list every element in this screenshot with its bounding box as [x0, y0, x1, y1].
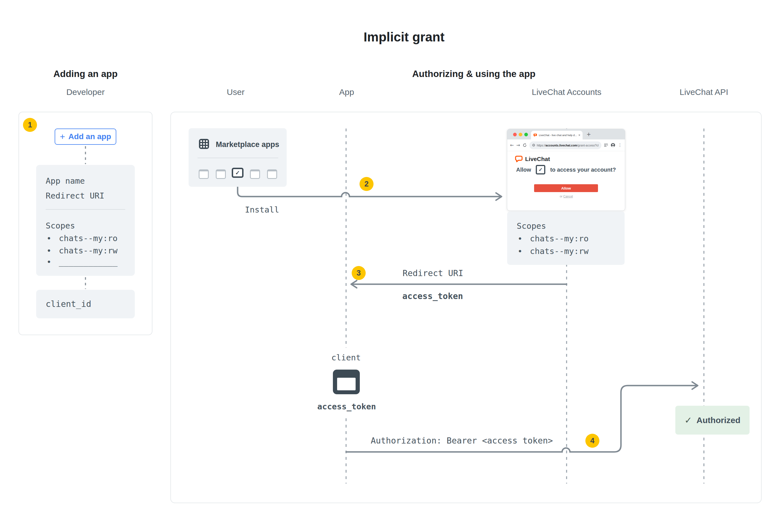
bullet-icon: •: [47, 257, 59, 267]
marketplace-grid-icon: [199, 139, 209, 149]
implicit-grant-diagram: Implicit grant Adding an app Developer A…: [0, 0, 779, 532]
close-window-button[interactable]: [513, 133, 517, 136]
form-divider: [46, 209, 125, 210]
form-scope-1: chats--my:ro: [59, 234, 118, 243]
browser-address-bar: ← → https://accounts.livechat.com/grant-…: [507, 139, 625, 151]
url-text: https://accounts.livechat.com/grant-acce…: [537, 144, 599, 147]
allow-button[interactable]: Allow: [534, 184, 598, 192]
add-an-app-button[interactable]: + Add an app: [55, 129, 116, 145]
cancel-prefix: or: [559, 195, 562, 198]
cancel-link[interactable]: Cancel: [563, 195, 573, 198]
bullet-icon: •: [47, 234, 59, 243]
step-badge-4: 4: [585, 434, 599, 448]
consent-checkbox[interactable]: ✓: [536, 165, 545, 175]
marketplace-box: Marketplace apps ✓: [189, 128, 287, 187]
client-access-token-label: access_token: [317, 402, 376, 411]
authorized-label: Authorized: [697, 415, 740, 425]
form-scope-blank: ____________: [59, 257, 118, 267]
browser-menu-icon[interactable]: ⋮: [618, 143, 622, 147]
browser-tab-title: LiveChat - live chat and help d...: [539, 134, 577, 137]
back-icon[interactable]: ←: [510, 143, 514, 147]
livechat-logo: LiveChat: [515, 155, 550, 163]
bullet-icon: •: [47, 246, 59, 255]
install-label: Install: [245, 205, 279, 214]
accounts-scope-item: •chats--my:rw: [518, 246, 589, 256]
accounts-scope-item: •chats--my:ro: [518, 234, 589, 243]
accounts-scope-1: chats--my:ro: [530, 234, 589, 243]
url-domain: accounts.livechat.com: [546, 144, 577, 147]
browser-tabstrip: LiveChat - live chat and help d... × +: [507, 129, 625, 139]
access-token-flow-label: access_token: [402, 291, 463, 301]
marketplace-app-icon[interactable]: [216, 170, 226, 179]
step-badge-1: 1: [23, 118, 37, 132]
browser-tab[interactable]: LiveChat - live chat and help d... ×: [531, 131, 583, 139]
livechat-favicon: [533, 133, 537, 137]
livechat-logo-text: LiveChat: [525, 156, 550, 162]
client-label: client: [332, 353, 361, 362]
marketplace-app-icon[interactable]: [250, 170, 260, 179]
bullet-icon: •: [518, 246, 530, 256]
livechat-accounts-browser: LiveChat - live chat and help d... × + ←…: [507, 129, 625, 211]
livechat-logo-icon: [515, 155, 523, 163]
new-tab-icon[interactable]: +: [587, 132, 591, 137]
check-icon: ✓: [235, 170, 240, 176]
marketplace-title: Marketplace apps: [216, 140, 279, 149]
marketplace-app-icon[interactable]: [199, 170, 209, 179]
form-scope-item: •chats--my:rw: [47, 246, 118, 255]
url-path: /grant-access?client_id=...: [577, 144, 599, 147]
consent-prefix: Allow: [516, 167, 531, 173]
check-icon: ✓: [539, 167, 543, 173]
authorization-header-label: Authorization: Bearer <access token>: [371, 436, 553, 446]
consent-question: Allow ✓ to access your account?: [507, 165, 625, 175]
url-protocol: https://: [537, 144, 546, 147]
redirect-uri-flow-label: Redirect URI: [403, 268, 464, 278]
consent-suffix: to access your account?: [550, 167, 616, 173]
zoom-window-button[interactable]: [524, 133, 528, 136]
marketplace-divider: [197, 158, 278, 158]
form-scope-item: •chats--my:ro: [47, 234, 118, 243]
authorized-status-box: ✓ Authorized: [675, 406, 750, 435]
form-scope-2: chats--my:rw: [59, 246, 118, 255]
app-name-field: App name: [46, 176, 85, 186]
form-scope-item: •____________: [47, 257, 118, 267]
redirect-uri-field: Redirect URI: [46, 191, 105, 200]
check-icon: ✓: [684, 415, 692, 425]
tab-list-icon[interactable]: [604, 143, 608, 147]
minimize-window-button[interactable]: [519, 133, 522, 136]
step-badge-3: 3: [352, 266, 366, 280]
marketplace-app-icon[interactable]: [267, 170, 277, 179]
client-id-label: client_id: [46, 299, 92, 309]
bullet-icon: •: [518, 234, 530, 243]
accounts-scopes-title: Scopes: [517, 221, 546, 231]
marketplace-app-icon-checked[interactable]: ✓: [232, 168, 243, 178]
plus-icon: +: [60, 132, 65, 141]
add-an-app-label: Add an app: [68, 132, 111, 141]
forward-icon[interactable]: →: [516, 143, 520, 147]
url-bar[interactable]: https://accounts.livechat.com/grant-acce…: [529, 141, 601, 149]
profile-avatar-icon[interactable]: [611, 143, 615, 147]
step-badge-2: 2: [360, 177, 373, 191]
globe-icon: [532, 143, 535, 147]
cancel-line: or Cancel: [559, 195, 573, 198]
reload-icon[interactable]: [523, 143, 527, 147]
tab-close-icon[interactable]: ×: [578, 133, 580, 137]
accounts-scope-2: chats--my:rw: [530, 246, 589, 256]
form-scopes-title: Scopes: [46, 221, 75, 230]
client-window-icon: [333, 370, 360, 394]
